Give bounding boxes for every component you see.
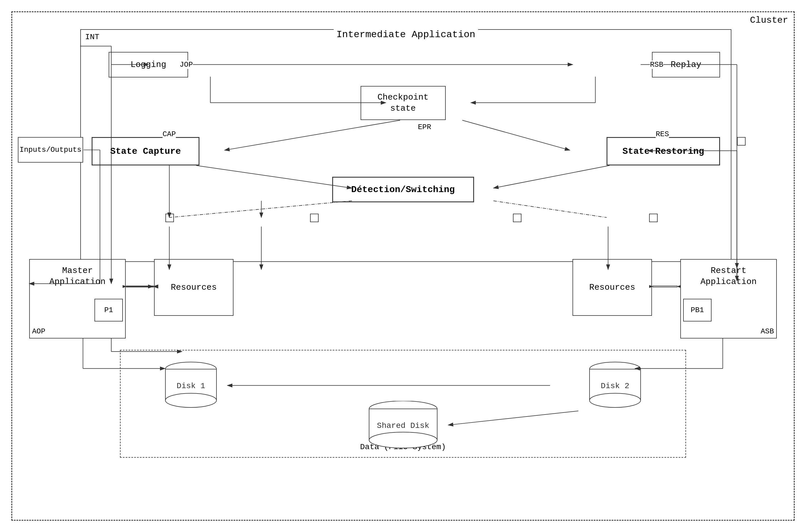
- connector-sq-4: [513, 214, 521, 222]
- connector-sq-res: [737, 137, 746, 146]
- pb1-box: PB1: [683, 299, 712, 321]
- connector-sq-2: [310, 214, 319, 222]
- inputs-outputs-box: Inputs/Outputs: [18, 137, 83, 163]
- svg-point-6: [590, 393, 640, 407]
- svg-point-10: [369, 432, 437, 448]
- resources-box-left: Resources: [154, 259, 233, 316]
- svg-text:Disk 2: Disk 2: [601, 382, 630, 391]
- intermediate-app-label: Intermediate Application: [334, 29, 478, 40]
- p1-box: P1: [94, 299, 123, 321]
- disk1-shape: Disk 1: [160, 361, 222, 412]
- connector-sq-1: [166, 214, 174, 222]
- state-capture-box: State Capture: [92, 137, 199, 166]
- svg-point-2: [166, 393, 216, 407]
- svg-text:Shared Disk: Shared Disk: [377, 421, 429, 430]
- state-restoring-box: State Restoring: [607, 137, 720, 166]
- jop-label: JOP: [179, 60, 193, 69]
- checkpoint-box: Checkpoint state: [361, 86, 446, 120]
- detection-box: Détection/Switching: [332, 177, 474, 202]
- diagram-container: Cluster Intermediate Application INT JOP…: [11, 11, 795, 521]
- aop-label: AOP: [32, 327, 45, 336]
- asb-label: ASB: [761, 327, 774, 336]
- logging-box: Logging: [109, 52, 188, 77]
- res-label: RES: [656, 130, 669, 138]
- resources-box-right: Resources: [573, 259, 652, 316]
- svg-text:Disk 1: Disk 1: [177, 382, 205, 391]
- cap-label: CAP: [162, 130, 176, 138]
- disk2-shape: Disk 2: [584, 361, 646, 412]
- shared-disk-shape: Shared Disk: [363, 401, 443, 452]
- cluster-label: Cluster: [750, 15, 788, 25]
- epr-label: EPR: [418, 123, 431, 131]
- int-label: INT: [85, 33, 99, 41]
- connector-sq-3: [649, 214, 658, 222]
- rsb-label: RSB: [650, 60, 663, 69]
